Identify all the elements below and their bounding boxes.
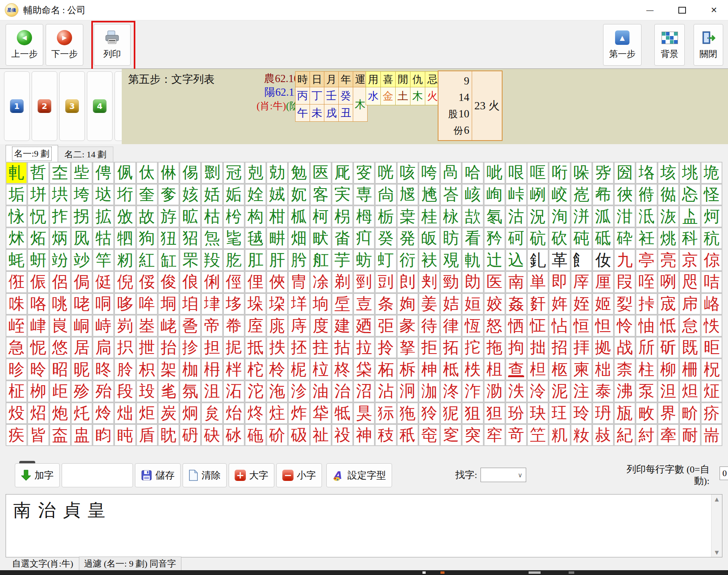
char-cell[interactable]: 度 — [311, 316, 331, 336]
close-app-button[interactable]: 關閉 — [694, 24, 723, 66]
char-cell[interactable]: 怟 — [658, 316, 678, 336]
char-cell[interactable]: 攽 — [115, 206, 135, 227]
char-cell[interactable]: 姬 — [593, 294, 613, 314]
char-cell[interactable]: 律 — [441, 316, 461, 336]
char-cell[interactable]: 抷 — [289, 338, 309, 358]
char-cell[interactable]: 狔 — [441, 403, 461, 424]
char-cell[interactable]: 氡 — [485, 206, 505, 227]
char-cell[interactable]: 炳 — [50, 228, 70, 249]
char-cell[interactable]: 怔 — [528, 316, 548, 336]
char-cell[interactable]: 界 — [658, 403, 678, 424]
char-cell[interactable]: 峧 — [549, 185, 569, 205]
char-cell[interactable]: 牽 — [658, 425, 678, 445]
char-cell[interactable]: 建 — [332, 316, 352, 336]
char-cell[interactable]: 紅 — [137, 250, 157, 270]
add-char-button[interactable]: 加字 — [15, 463, 60, 487]
char-cell[interactable]: 狃 — [159, 228, 179, 249]
char-cell[interactable]: 砐 — [289, 425, 309, 445]
char-cell[interactable]: 耐 — [680, 425, 700, 445]
char-cell[interactable]: 庤 — [289, 316, 309, 336]
char-cell[interactable]: 炮 — [50, 403, 70, 424]
char-cell[interactable]: 泒 — [593, 206, 613, 227]
char-cell[interactable]: 勆 — [463, 272, 483, 292]
char-cell[interactable]: 峚 — [137, 316, 157, 336]
char-cell[interactable]: 垮 — [72, 185, 92, 205]
char-cell[interactable]: 倪 — [115, 272, 135, 292]
char-cell[interactable]: 拄 — [311, 338, 331, 358]
char-cell[interactable]: 哘 — [549, 163, 569, 183]
char-cell[interactable]: 泔 — [615, 206, 635, 227]
char-cell[interactable]: 柧 — [289, 206, 309, 227]
char-cell[interactable]: 昸 — [93, 359, 113, 380]
char-cell[interactable]: 泵 — [636, 381, 656, 402]
char-cell[interactable]: 炣 — [702, 206, 722, 227]
char-cell[interactable]: 瓬 — [615, 403, 635, 424]
char-cell[interactable]: 砃 — [180, 425, 200, 445]
char-cell[interactable]: 畑 — [289, 228, 309, 249]
char-cell[interactable]: 呲 — [485, 163, 505, 183]
char-cell[interactable]: 拃 — [50, 206, 70, 227]
char-cell[interactable]: 毞 — [224, 228, 244, 249]
char-cell[interactable]: 看 — [463, 228, 483, 249]
char-cell[interactable]: 歫 — [50, 381, 70, 402]
char-cell[interactable]: 悠 — [50, 338, 70, 358]
close-window-button[interactable]: ✕ — [707, 3, 721, 17]
char-cell[interactable]: 炻 — [28, 228, 48, 249]
char-cell[interactable]: 拓 — [441, 338, 461, 358]
char-cell[interactable]: 盷 — [93, 425, 113, 445]
char-cell[interactable]: 栐 — [441, 206, 461, 227]
char-cell[interactable]: 㣇 — [593, 185, 613, 205]
char-cell[interactable]: 砊 — [528, 228, 548, 249]
char-cell[interactable]: 峈 — [702, 294, 722, 314]
char-cell[interactable]: 欯 — [463, 206, 483, 227]
char-cell[interactable]: 殶 — [137, 381, 157, 402]
char-cell[interactable]: 治 — [332, 381, 352, 402]
char-cell[interactable]: 単 — [528, 272, 548, 292]
char-cell[interactable]: 㚢 — [593, 250, 613, 270]
char-cell[interactable]: 垛 — [245, 294, 265, 314]
char-cell[interactable]: 炯 — [180, 403, 200, 424]
char-cell[interactable]: 垬 — [50, 185, 70, 205]
char-cell[interactable]: 哃 — [93, 294, 113, 314]
char-cell[interactable]: 构 — [245, 206, 265, 227]
char-cell[interactable]: 哛 — [593, 163, 613, 183]
char-cell[interactable]: 哏 — [506, 163, 526, 183]
char-cell[interactable]: 侹 — [93, 272, 113, 292]
char-cell[interactable]: 峌 — [6, 316, 26, 336]
char-cell[interactable]: 竒 — [506, 425, 526, 445]
char-cell[interactable]: 虰 — [376, 250, 396, 270]
char-cell[interactable]: 㑥 — [180, 163, 200, 183]
char-cell[interactable]: 咮 — [6, 294, 26, 314]
char-cell[interactable]: 剋 — [245, 163, 265, 183]
char-cell[interactable]: 沼 — [354, 381, 374, 402]
set-font-button[interactable]: A 設定字型 — [326, 463, 392, 487]
char-cell[interactable]: 畋 — [636, 403, 656, 424]
char-cell[interactable]: 圀 — [615, 163, 635, 183]
char-cell[interactable]: 姤 — [224, 185, 244, 205]
char-cell[interactable]: 桂 — [419, 206, 439, 227]
char-cell[interactable]: 怢 — [702, 316, 722, 336]
char-cell[interactable]: 盅 — [72, 425, 92, 445]
char-cell[interactable]: 㣥 — [636, 185, 656, 205]
char-cell[interactable]: 況 — [528, 206, 548, 227]
char-cell[interactable]: 沲 — [267, 381, 287, 402]
maximize-button[interactable] — [675, 3, 689, 17]
char-cell[interactable]: 㶡 — [72, 228, 92, 249]
char-cell[interactable]: 蚝 — [6, 250, 26, 270]
char-cell[interactable]: 㣨 — [658, 185, 678, 205]
char-cell[interactable]: 狊 — [354, 403, 374, 424]
char-cell[interactable]: 巹 — [180, 316, 200, 336]
char-cell[interactable]: 战 — [615, 338, 635, 358]
char-cell[interactable]: 勀 — [267, 163, 287, 183]
char-cell[interactable]: 帝 — [202, 316, 222, 336]
char-cell[interactable]: 洵 — [549, 206, 569, 227]
char-cell[interactable]: 垑 — [224, 294, 244, 314]
char-cell[interactable]: 炰 — [202, 228, 222, 249]
char-cell[interactable]: 咾 — [72, 294, 92, 314]
char-cell[interactable]: 哈 — [463, 163, 483, 183]
char-cell[interactable]: 咼 — [441, 163, 461, 183]
char-cell[interactable]: 笁 — [528, 425, 548, 445]
char-cell[interactable]: 柤 — [485, 359, 505, 380]
char-cell[interactable]: 枽 — [398, 206, 418, 227]
char-cell[interactable]: 泇 — [419, 381, 439, 402]
